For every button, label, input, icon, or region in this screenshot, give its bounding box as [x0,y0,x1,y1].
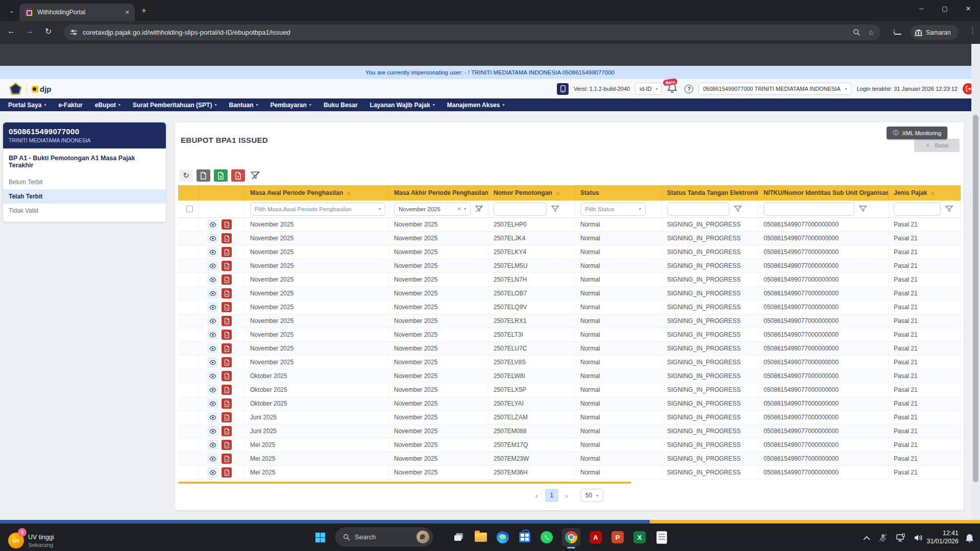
mobile-app-icon[interactable] [557,83,569,95]
sidebar-item-belum-terbit[interactable]: Belum Terbit [3,175,166,189]
site-settings-tune-icon[interactable] [70,29,78,36]
reload-button[interactable]: ↻ [45,27,52,36]
table-row[interactable]: Oktober 2025 November 2025 2507ELX5P Nor… [178,383,961,397]
nav-item-ebupot[interactable]: eBupot▾ [95,102,120,109]
filter-slash-icon[interactable] [475,205,483,213]
page-scrollbar-thumb[interactable] [973,115,978,482]
table-row[interactable]: November 2025 November 2025 2507ELRX1 No… [178,314,961,328]
taskbar-weather-widget[interactable]: UV 5 UV tinggi Sekarang [8,533,54,548]
filter-masa-awal-select[interactable]: Pilih Masa Awal Periode Penghasilan ▾ [250,203,385,216]
download-pdf-button[interactable] [222,454,232,464]
nav-item-manajemen-akses[interactable]: Manajemen Akses▾ [447,102,505,109]
start-button[interactable] [315,533,325,542]
table-row[interactable]: November 2025 November 2025 2507ELV8S No… [178,356,961,369]
notifications-bell[interactable]: Baru [667,83,679,95]
download-pdf-button[interactable] [222,316,232,326]
filter-nitku-input[interactable] [764,203,854,216]
notification-bell-icon[interactable] [965,534,974,543]
download-pdf-button[interactable] [222,261,232,271]
taskbar-search[interactable]: Search [335,528,433,546]
tab-close-icon[interactable]: ✕ [125,9,130,16]
page-size-select[interactable]: 50 ▾ [580,489,603,502]
table-row[interactable]: Juni 2025 November 2025 2507EM088 Normal… [178,424,961,438]
download-pdf-button[interactable] [222,426,232,436]
nav-item-layanan-wajib-pajak[interactable]: Layanan Wajib Pajak▾ [370,102,435,109]
filter-funnel-icon[interactable] [859,205,867,213]
table-row[interactable]: Oktober 2025 November 2025 2507ELYAI Nor… [178,397,961,411]
view-row-button[interactable] [207,261,218,271]
address-bar[interactable]: coretaxdjp.pajak.go.id/withholding-slips… [64,24,880,40]
download-pdf-button[interactable] [222,302,232,312]
back-button[interactable]: ← [7,27,15,36]
tab-search-button[interactable]: ⌄ [5,5,18,17]
nav-item-surat-pemberitahuan-spt-[interactable]: Surat Pemberitahuan (SPT)▾ [133,102,216,109]
nav-item-buku-besar[interactable]: Buku Besar [324,102,358,109]
xml-monitoring-button[interactable]: ⓘ XML Monitoring [887,127,947,139]
download-pdf-button[interactable] [222,330,232,340]
table-row[interactable]: November 2025 November 2025 2507ELHP0 No… [178,218,961,232]
view-row-button[interactable] [207,330,218,340]
view-row-button[interactable] [207,219,218,230]
refresh-button[interactable]: ↻ [179,169,193,182]
download-pdf-button[interactable] [222,247,232,257]
browser-profile-chip[interactable]: Samaran [911,25,959,40]
sort-icon[interactable]: ↑↓ [347,190,350,196]
download-pdf-button[interactable] [222,412,232,422]
sidebar-section-title[interactable]: BP A1 - Bukti Pemotongan A1 Masa Pajak T… [3,148,166,175]
djp-logo[interactable]: djp [32,85,52,93]
filter-funnel-icon[interactable] [945,205,953,213]
download-pdf-button[interactable] [222,398,232,409]
page-number-button[interactable]: 1 [545,489,558,502]
whatsapp-icon[interactable] [540,531,553,544]
volume-icon[interactable] [914,534,924,542]
filter-funnel-icon[interactable] [734,205,742,213]
file-explorer-icon[interactable] [474,531,487,544]
nav-item-e-faktur[interactable]: e-Faktur [58,102,82,109]
chrome-icon[interactable] [562,528,580,546]
sidebar-item-telah-terbit[interactable]: Telah Terbit [3,189,166,204]
filter-ttd-status-input[interactable] [667,203,729,216]
view-row-button[interactable] [207,371,218,381]
ethernet-icon[interactable] [896,534,906,542]
table-row[interactable]: November 2025 November 2025 2507ELM5U No… [178,259,961,273]
view-row-button[interactable] [207,233,218,243]
taskbar-clock[interactable]: 12:41 31/01/2026 [926,529,959,545]
task-view-button[interactable] [452,531,465,544]
table-row[interactable]: November 2025 November 2025 2507ELU7C No… [178,342,961,356]
table-row[interactable]: November 2025 November 2025 2507ELQ9V No… [178,300,961,314]
search-highlights-icon[interactable] [416,531,429,543]
view-row-button[interactable] [207,440,218,450]
window-minimize-button[interactable]: ─ [910,0,933,17]
view-row-button[interactable] [207,288,218,298]
view-row-button[interactable] [207,274,218,285]
browser-tab[interactable]: WithholdingPortal ✕ [19,4,135,21]
notepad-icon[interactable] [655,531,668,544]
view-row-button[interactable] [207,343,218,354]
previous-page-button[interactable]: ‹ [535,491,538,500]
excel-icon[interactable]: X [633,531,646,544]
view-row-button[interactable] [207,357,218,367]
export-pdf-button[interactable] [231,169,245,182]
table-row[interactable]: Mei 2025 November 2025 2507EM17Q Normal … [178,438,961,452]
clear-filters-icon[interactable] [251,171,260,180]
export-excel-button[interactable] [214,169,228,182]
sort-icon[interactable]: ↑↓ [556,190,559,196]
nav-item-pembayaran[interactable]: Pembayaran▾ [270,102,311,109]
account-select[interactable]: 0508615499077000 TRINITI MEDIATAMA INDON… [698,83,851,95]
download-pdf-button[interactable] [222,385,232,395]
table-row[interactable]: Juni 2025 November 2025 2507ELZAM Normal… [178,411,961,424]
table-row[interactable]: November 2025 November 2025 2507ELT3I No… [178,328,961,342]
column-header[interactable]: Nomor Pemotongan↑↓ [488,185,575,201]
view-row-button[interactable] [207,398,218,409]
new-tab-button[interactable]: + [141,5,146,16]
table-row[interactable]: November 2025 November 2025 2507ELOB7 No… [178,287,961,300]
download-pdf-button[interactable] [222,467,232,478]
view-row-button[interactable] [207,316,218,326]
sidebar-item-tidak-valid[interactable]: Tidak Valid [3,204,166,218]
sort-icon[interactable]: ↑↓ [930,190,934,196]
edge-browser-icon[interactable] [496,531,509,544]
clear-filter-icon[interactable]: ✕ [457,206,461,212]
table-row[interactable]: Oktober 2025 November 2025 2507ELW8I Nor… [178,369,961,383]
download-pdf-button[interactable] [222,233,232,243]
download-pdf-button[interactable] [222,274,232,285]
